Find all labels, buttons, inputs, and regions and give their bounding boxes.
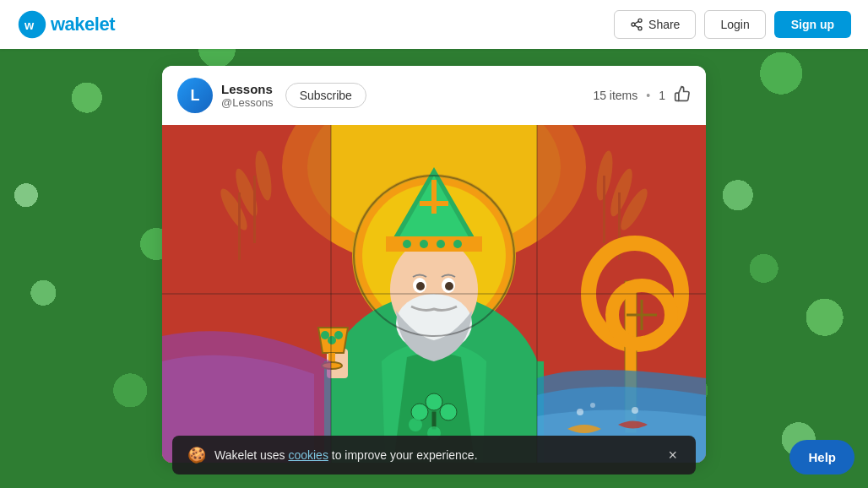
svg-text:w: w: [24, 19, 35, 32]
svg-point-59: [632, 407, 638, 414]
svg-point-39: [403, 240, 411, 248]
signup-label: Sign up: [791, 18, 834, 31]
user-name: Lessons: [221, 82, 274, 96]
help-button[interactable]: Help: [789, 440, 854, 474]
cookies-link[interactable]: cookies: [288, 448, 328, 462]
share-button[interactable]: Share: [614, 10, 696, 39]
user-info: Lessons @Lessons: [221, 82, 274, 109]
logo[interactable]: w wakelet: [17, 9, 115, 40]
svg-point-57: [577, 409, 583, 415]
navbar: w wakelet Share Login Sign up: [0, 0, 868, 49]
wakelet-logo-icon: w: [17, 9, 47, 40]
items-count: 15 items: [593, 89, 637, 102]
share-icon: [630, 18, 643, 31]
logo-text: wakelet: [51, 14, 115, 35]
svg-line-5: [635, 25, 639, 28]
svg-point-3: [632, 23, 635, 26]
svg-rect-38: [386, 236, 482, 252]
svg-point-2: [638, 19, 642, 22]
svg-point-31: [411, 404, 428, 420]
meta-dot: •: [646, 89, 650, 102]
card-header: L Lessons @Lessons Subscribe 15 items • …: [162, 66, 706, 125]
cookie-banner: 🍪 Wakelet uses cookies to improve your e…: [172, 436, 696, 474]
svg-rect-43: [431, 180, 437, 214]
login-button[interactable]: Login: [704, 10, 765, 39]
svg-point-35: [409, 418, 422, 431]
cookie-close-button[interactable]: ×: [665, 447, 681, 464]
main-card: L Lessons @Lessons Subscribe 15 items • …: [162, 66, 706, 463]
cookie-text: Wakelet uses cookies to improve your exp…: [214, 448, 656, 462]
svg-point-55: [334, 331, 343, 339]
svg-point-48: [445, 282, 453, 290]
svg-point-33: [440, 404, 457, 420]
svg-point-41: [437, 240, 445, 248]
svg-point-40: [420, 240, 428, 248]
svg-rect-44: [420, 201, 448, 206]
thumbs-up-icon[interactable]: [674, 85, 691, 106]
svg-line-6: [635, 21, 639, 24]
svg-point-4: [638, 27, 642, 30]
svg-point-54: [328, 336, 336, 344]
svg-point-42: [453, 240, 462, 248]
subscribe-button[interactable]: Subscribe: [285, 83, 366, 108]
like-count: 1: [659, 89, 665, 102]
svg-point-47: [416, 282, 425, 290]
signup-button[interactable]: Sign up: [774, 11, 851, 38]
avatar: L: [177, 78, 213, 113]
svg-point-58: [590, 403, 595, 408]
card-image: [162, 125, 706, 463]
stained-glass-artwork: [162, 125, 706, 463]
card-meta: 15 items • 1: [593, 85, 691, 106]
svg-point-32: [426, 393, 442, 410]
login-label: Login: [720, 18, 749, 31]
svg-point-56: [321, 331, 329, 339]
share-label: Share: [648, 18, 680, 31]
nav-right: Share Login Sign up: [614, 10, 851, 39]
cookie-icon: 🍪: [187, 446, 206, 464]
user-handle: @Lessons: [221, 96, 274, 109]
